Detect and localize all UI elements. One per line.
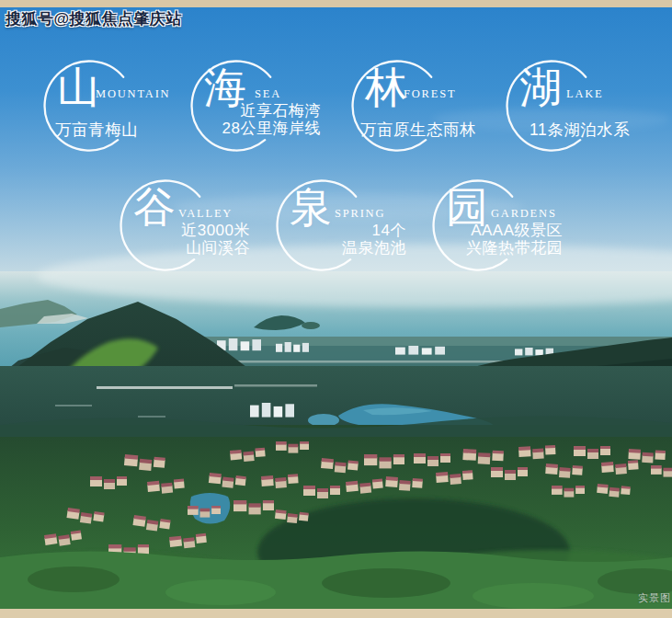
badge-description-line2: 温泉泡池: [302, 239, 406, 257]
badge-english-label: VALLEY: [178, 207, 233, 221]
badge-gardens: 园 GARDENS AAAA级景区 兴隆热带花园: [432, 179, 584, 288]
badge-description-line1: 近享石梅湾: [216, 102, 321, 120]
sohu-account-label: 搜狐号@搜狐焦点肇庆站: [6, 8, 182, 29]
badge-mountain: 山 MOUNTAIN 万亩青梅山: [43, 60, 195, 168]
photo-watermark: 实景图: [638, 591, 671, 605]
badge-english-label: SPRING: [335, 207, 385, 221]
badge-english-label: SEA: [255, 87, 281, 101]
badge-hanzi: 湖: [511, 62, 570, 115]
badge-description: 近享石梅湾 28公里海岸线: [216, 102, 321, 137]
badge-description-line2: 山间溪谷: [145, 239, 250, 257]
badge-description: 14个 温泉泡池: [302, 222, 406, 257]
badge-description: AAAA级景区 兴隆热带花园: [458, 222, 563, 257]
badge-sea: 海 SEA 近享石梅湾 28公里海岸线: [190, 60, 342, 168]
badge-description-line1: AAAA级景区: [458, 222, 563, 239]
badge-description: 近3000米 山间溪谷: [145, 222, 250, 257]
bottom-tan-strip: [0, 609, 672, 618]
badge-description-line2: 28公里海岸线: [216, 120, 321, 137]
badge-english-label: FOREST: [404, 87, 456, 101]
badge-english-label: MOUNTAIN: [96, 87, 170, 101]
badge-description-line1: 14个: [302, 222, 406, 239]
badge-description-line1: 近3000米: [145, 222, 250, 239]
badge-description: 11条湖泊水系: [530, 119, 630, 141]
badge-description: 万亩青梅山: [55, 119, 138, 141]
top-tan-strip: [0, 0, 672, 7]
badge-forest: 林 FOREST 万亩原生态雨林: [351, 60, 503, 168]
badge-valley: 谷 VALLEY 近3000米 山间溪谷: [120, 179, 271, 288]
badge-description-line2: 兴隆热带花园: [458, 239, 563, 257]
badge-english-label: LAKE: [566, 87, 604, 101]
badge-english-label: GARDENS: [491, 207, 557, 221]
badge-spring: 泉 SPRING 14个 温泉泡池: [276, 179, 427, 288]
promo-page: 搜狐号@搜狐焦点肇庆站 山 MOUNTAIN 万亩青梅山 海 SEA 近享石梅湾…: [0, 0, 672, 618]
badge-lake: 湖 LAKE 11条湖泊水系: [506, 60, 657, 168]
badge-description: 万亩原生态雨林: [360, 119, 476, 141]
